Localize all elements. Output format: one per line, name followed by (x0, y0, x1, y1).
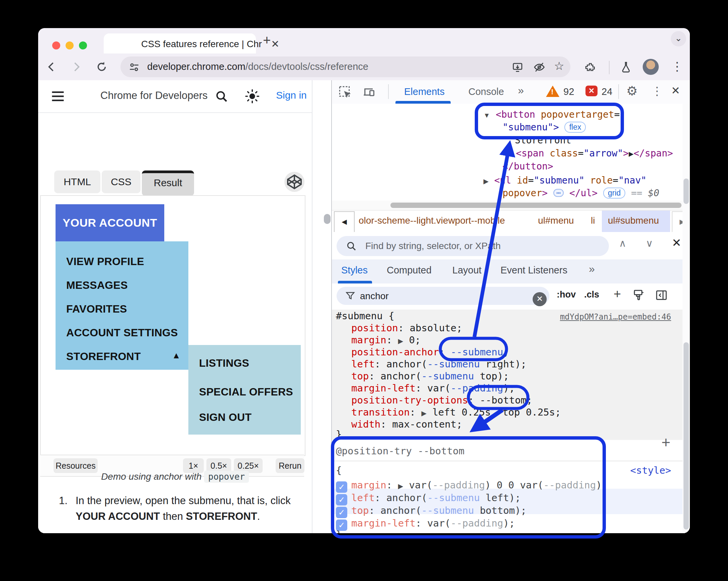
var-padding[interactable]: --padding (451, 382, 503, 394)
breadcrumb-item-body[interactable]: olor-scheme--light.viewport--mobile (359, 215, 505, 226)
try-decl-left[interactable]: ✓left: anchor(--submenu left); (336, 492, 521, 505)
more-tabs-icon[interactable]: » (518, 84, 524, 96)
tab-event-listeners[interactable]: Event Listeners (500, 265, 567, 276)
extensions-puzzle-icon[interactable] (585, 61, 597, 74)
rerun-button[interactable]: Rerun (276, 458, 305, 473)
decl-top[interactable]: top: anchor(--submenu top); (351, 370, 509, 382)
menu-item-storefront[interactable]: STOREFRONT (66, 350, 141, 363)
decl-position-anchor[interactable]: position-anchor: --submenu; (351, 346, 509, 358)
find-close-icon[interactable]: ✕ (672, 236, 681, 249)
tab-computed[interactable]: Computed (387, 265, 432, 276)
menu-item-sign-out[interactable]: SIGN OUT (199, 411, 252, 423)
toggle-class-button[interactable]: .cls (584, 289, 599, 300)
tab-console[interactable]: Console (468, 86, 504, 97)
page-scrollbar-thumb[interactable] (324, 214, 331, 224)
expand-arrow-icon[interactable]: ▶ (484, 177, 489, 185)
declaration-checkbox[interactable]: ✓ (336, 481, 347, 493)
zoom-traffic-light[interactable] (79, 42, 87, 50)
devtools-scrollbar[interactable] (682, 104, 690, 533)
address-bar[interactable]: developer.chrome.com/docs/devtools/css/r… (121, 56, 570, 77)
forward-icon[interactable] (70, 61, 82, 73)
experiments-flask-icon[interactable] (620, 61, 632, 74)
more-sidebar-tabs-icon[interactable]: » (589, 263, 595, 275)
add-style-rule-icon[interactable]: + (661, 433, 671, 451)
profile-avatar[interactable] (643, 59, 659, 75)
error-count[interactable]: 24 (601, 86, 612, 97)
style-tag-link[interactable]: <style> (630, 465, 671, 476)
tab-layout[interactable]: Layout (452, 265, 482, 276)
expand-children-icon[interactable]: ⋯ (553, 189, 564, 197)
grid-badge[interactable]: grid (603, 188, 625, 199)
codepen-icon[interactable] (284, 172, 305, 192)
dom-close-button[interactable]: </button> (502, 161, 553, 172)
dom-node-button-2[interactable]: "submenu"> flex (502, 122, 586, 133)
dock-sidebar-icon[interactable] (655, 289, 668, 302)
dom-node-span[interactable]: <span class="arrow">▶</span> (516, 148, 673, 159)
tab-result[interactable]: Result (142, 170, 194, 196)
dom-node-ul-line2[interactable]: popover> ⋯ </ul> grid == $0 (502, 188, 659, 199)
your-account-button[interactable]: YOUR ACCOUNT (55, 204, 164, 241)
dom-text-storefront[interactable]: "Storefront " (509, 135, 582, 146)
back-icon[interactable] (46, 61, 57, 73)
tab-elements[interactable]: Elements (404, 86, 445, 97)
url-text[interactable]: developer.chrome.com/docs/devtools/css/r… (147, 61, 368, 72)
browser-tab[interactable]: CSS features reference | Chr ✕ (104, 33, 256, 54)
install-icon[interactable] (511, 61, 524, 74)
tab-close-icon[interactable]: ✕ (271, 38, 279, 50)
toggle-hover-button[interactable]: :hov (557, 289, 576, 300)
declaration-checkbox[interactable]: ✓ (336, 494, 347, 505)
decl-width[interactable]: width: max-content; (351, 418, 462, 430)
reload-icon[interactable] (96, 61, 108, 73)
find-input[interactable]: Find by string, selector, or XPath (337, 236, 609, 256)
menu-item-favorites[interactable]: FAVORITES (66, 303, 127, 315)
minimize-traffic-light[interactable] (66, 42, 74, 50)
breadcrumb-scroll-left-icon[interactable]: ◀ (334, 211, 355, 233)
settings-gear-icon[interactable]: ⚙ (626, 84, 638, 98)
close-traffic-light[interactable] (52, 42, 60, 50)
inspect-element-icon[interactable] (339, 86, 352, 99)
tab-css[interactable]: CSS (102, 170, 140, 193)
stylesheet-source-link[interactable]: mdYdpOM?ani…pe=embed:46 (560, 312, 671, 322)
site-settings-icon[interactable] (128, 61, 140, 74)
resources-button[interactable]: Resources (54, 458, 98, 473)
var-submenu[interactable]: --submenu (421, 370, 474, 382)
new-tab-button[interactable]: + (263, 33, 271, 48)
expand-shorthand-icon[interactable]: ▶ (398, 337, 403, 345)
brand-title[interactable]: Chrome for Developers (100, 90, 207, 102)
dom-node-button[interactable]: ▼ <button popovertarget= (484, 109, 620, 120)
breadcrumb-item-ul-menu[interactable]: ul#menu (538, 215, 574, 226)
browser-menu-dots-icon[interactable]: ⋮ (671, 59, 683, 74)
decl-margin-left[interactable]: margin-left: var(--padding); (351, 382, 515, 394)
page-scrollbar[interactable] (312, 80, 332, 533)
filter-input[interactable]: anchor ✕ (337, 287, 549, 305)
warning-icon[interactable] (546, 86, 560, 97)
dom-hscrollbar-thumb[interactable] (390, 202, 681, 208)
dom-scrollbar-thumb[interactable] (683, 178, 689, 204)
try-decl-top[interactable]: ✓top: anchor(--submenu bottom); (336, 505, 527, 518)
breadcrumb-item-ul-submenu[interactable]: ul#submenu (608, 215, 659, 226)
try-decl-margin-left[interactable]: ✓margin-left: var(--padding); (336, 518, 515, 531)
tab-html[interactable]: HTML (54, 170, 100, 193)
find-previous-icon[interactable]: ∧ (619, 237, 626, 249)
menu-item-account-settings[interactable]: ACCOUNT SETTINGS (66, 327, 178, 339)
menu-item-view-profile[interactable]: VIEW PROFILE (66, 255, 144, 268)
collapse-arrow-icon[interactable]: ▼ (484, 112, 490, 119)
dom-node-ul-submenu[interactable]: ▶ <ul id="submenu" role="nav" (484, 175, 646, 186)
clear-filter-icon[interactable]: ✕ (532, 292, 547, 306)
expand-shorthand-icon[interactable]: ▶ (421, 410, 426, 417)
menu-item-listings[interactable]: LISTINGS (199, 357, 249, 369)
scale-1x-button[interactable]: 1× (183, 458, 204, 473)
hamburger-menu-icon[interactable] (51, 90, 65, 102)
theme-sun-icon[interactable] (245, 89, 260, 104)
decl-margin[interactable]: margin: ▶ 0; (351, 334, 420, 345)
devtools-menu-dots-icon[interactable]: ⋮ (651, 84, 663, 98)
rendering-brush-icon[interactable] (632, 289, 645, 302)
var-submenu[interactable]: --submenu (451, 346, 503, 358)
menu-item-messages[interactable]: MESSAGES (66, 279, 128, 292)
menu-item-special-offers[interactable]: SPECIAL OFFERS (199, 386, 293, 398)
try-decl-margin[interactable]: ✓margin: ▶ var(--padding) 0 0 var(--padd… (336, 479, 607, 493)
expand-shorthand-icon[interactable]: ▶ (398, 482, 403, 490)
tab-styles[interactable]: Styles (341, 265, 368, 276)
rule-selector[interactable]: #submenu { (336, 310, 394, 322)
decl-position-try-options[interactable]: position-try-options: --bottom; (351, 394, 532, 406)
